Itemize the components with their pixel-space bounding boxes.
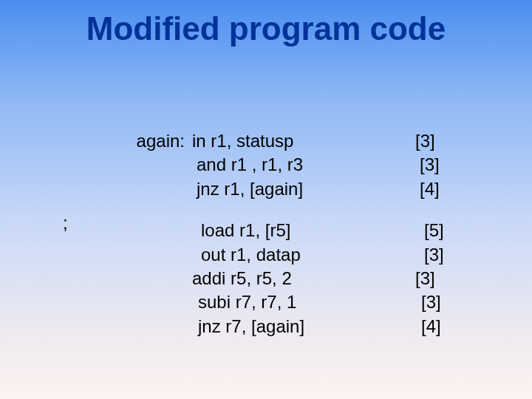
code-row: load r1, [r5][5] [0,219,532,242]
code-cost: [3] [347,129,480,153]
code-instruction: jnz r1, [again] [192,177,352,201]
slide-title: Modified program code [0,10,532,47]
code-cost: [3] [352,153,485,177]
code-row: addi r5, r5, 2[3] [0,267,532,290]
slide: Modified program code ; again:in r1, sta… [0,0,532,399]
code-cost: [3] [356,243,489,267]
code-cost: [4] [352,177,485,201]
code-instruction: jnz r7, [again] [192,315,353,338]
code-instruction: and r1 , r1, r3 [192,153,352,177]
code-label [0,177,192,201]
code-instruction: out r1, datap [192,243,356,267]
code-label: again: [0,129,192,153]
code-row: jnz r7, [again][4] [0,315,532,338]
code-instruction: load r1, [r5] [192,219,356,242]
code-label [0,267,192,290]
code-instruction: in r1, statusp [192,129,347,153]
code-row: out r1, datap[3] [0,243,532,267]
code-row: subi r7, r7, 1[3] [0,290,532,314]
code-row: and r1 , r1, r3[3] [0,153,532,177]
code-instruction: subi r7, r7, 1 [192,290,353,314]
code-instruction: addi r5, r5, 2 [192,267,347,290]
code-label [0,219,192,242]
code-row: again:in r1, statusp[3] [0,129,532,153]
code-label [0,153,192,177]
code-label [0,243,192,267]
code-label [0,290,192,314]
code-row: jnz r1, [again][4] [0,177,532,201]
code-cost: [4] [353,315,486,338]
code-cost: [3] [347,267,480,290]
code-label [0,315,192,338]
code-cost: [5] [356,219,489,242]
code-block: again:in r1, statusp[3]and r1 , r1, r3[3… [0,129,532,338]
code-cost: [3] [353,290,486,314]
